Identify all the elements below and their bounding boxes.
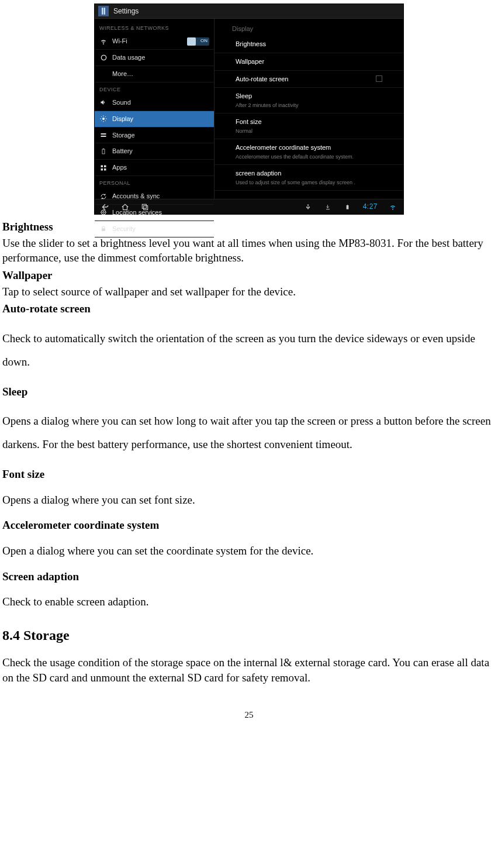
wifi-icon [99, 38, 108, 45]
sidebar-item-security[interactable]: Security [95, 221, 214, 237]
display-icon [99, 115, 108, 122]
sidebar-section-wireless: WIRELESS & NETWORKS [95, 21, 214, 33]
svg-point-4 [101, 55, 106, 60]
lock-icon [99, 225, 108, 232]
para-autorotate: Check to automatically switch the orient… [2, 327, 496, 374]
heading-sleep: Sleep [2, 384, 496, 399]
svg-rect-19 [104, 165, 106, 167]
heading-brightness: Brightness [2, 219, 496, 235]
titlebar-label: Settings [113, 6, 139, 16]
detail-header: Display [215, 21, 403, 36]
detail-autorotate[interactable]: Auto-rotate screen [215, 71, 403, 88]
sidebar-item-wifi[interactable]: Wi-Fi ON [95, 33, 214, 50]
svg-line-13 [105, 116, 106, 117]
detail-wallpaper[interactable]: Wallpaper [215, 53, 403, 71]
battery-status-icon [343, 202, 352, 212]
svg-rect-15 [101, 136, 106, 137]
recents-icon[interactable] [140, 202, 150, 212]
sync-icon [99, 193, 108, 200]
settings-sidebar: WIRELESS & NETWORKS Wi-Fi ON Data usage … [95, 19, 215, 199]
svg-point-5 [102, 118, 105, 120]
sidebar-item-label: Storage [112, 131, 209, 140]
detail-sleep[interactable]: Sleep After 2 minutes of inactivity [215, 88, 403, 113]
sidebar-item-battery[interactable]: Battery [95, 143, 214, 160]
sidebar-item-sound[interactable]: Sound [95, 95, 214, 111]
para-fontsize: Opens a dialog where you can set font si… [2, 492, 496, 508]
sidebar-item-display[interactable]: Display [95, 111, 214, 128]
para-brightness: Use the slider to set a brightness level… [2, 236, 496, 266]
para-accel: Open a dialog where you can set the coor… [2, 543, 496, 559]
sidebar-section-device: DEVICE [95, 82, 214, 95]
detail-brightness[interactable]: Brightness [215, 36, 403, 53]
para-adaption: Check to enable screen adaption. [2, 594, 496, 609]
sidebar-item-label: Battery [112, 147, 209, 156]
detail-pane: Display Brightness Wallpaper Auto-rotate… [215, 19, 403, 199]
status-clock: 4:27 [363, 202, 378, 211]
svg-point-22 [103, 212, 105, 213]
heading-fontsize: Font size [2, 467, 496, 482]
svg-rect-16 [102, 149, 105, 154]
sidebar-item-label: Data usage [112, 53, 209, 62]
back-icon[interactable] [101, 202, 110, 212]
detail-adaption[interactable]: screen adaption Used to adjust size of s… [215, 165, 403, 191]
sidebar-item-label: Apps [112, 163, 209, 172]
settings-body: WIRELESS & NETWORKS Wi-Fi ON Data usage … [95, 19, 403, 199]
para-sleep: Opens a dialog where you can set how lon… [2, 409, 496, 456]
datausage-icon [99, 54, 108, 61]
settings-app-icon [98, 6, 109, 16]
heading-wallpaper: Wallpaper [2, 268, 496, 283]
wifi-toggle[interactable]: ON [187, 37, 209, 46]
sidebar-item-label: Wi-Fi [112, 37, 182, 46]
heading-autorotate: Auto-rotate screen [2, 301, 496, 316]
battery-icon [99, 148, 108, 155]
sidebar-item-more[interactable]: More… [95, 66, 214, 82]
svg-line-10 [101, 116, 102, 117]
wifi-status-icon [388, 202, 397, 212]
para-wallpaper: Tap to select source of wallpaper and se… [2, 284, 496, 299]
svg-rect-29 [142, 204, 146, 208]
svg-rect-28 [102, 229, 105, 232]
heading-accel: Accelerometer coordinate system [2, 518, 496, 533]
home-icon[interactable] [120, 202, 130, 212]
svg-line-11 [105, 120, 106, 121]
svg-rect-17 [103, 149, 104, 149]
autorotate-checkbox[interactable] [376, 75, 382, 82]
svg-rect-0 [102, 8, 103, 11]
sidebar-item-label: Security [112, 225, 209, 233]
svg-rect-2 [102, 12, 103, 15]
svg-rect-14 [101, 133, 106, 135]
sound-icon [99, 99, 108, 106]
doc-body: Brightness Use the slider to set a brigh… [2, 219, 496, 721]
sidebar-item-label: Accounts & sync [112, 192, 209, 201]
page-number: 25 [2, 709, 496, 721]
sidebar-item-apps[interactable]: Apps [95, 160, 214, 176]
para-storage: Check the usage condition of the storage… [2, 655, 496, 685]
sidebar-section-personal: PERSONAL [95, 176, 214, 188]
storage-icon [99, 132, 108, 139]
titlebar: Settings [95, 4, 403, 19]
svg-rect-20 [101, 168, 103, 171]
heading-storage: 8.4 Storage [2, 626, 496, 645]
apps-icon [99, 164, 108, 171]
download-icon [323, 202, 333, 212]
svg-rect-3 [104, 12, 105, 15]
sidebar-item-label: Sound [112, 98, 209, 107]
sidebar-item-label: Display [112, 115, 209, 123]
svg-rect-30 [144, 205, 148, 209]
svg-rect-31 [347, 205, 349, 209]
sidebar-item-storage[interactable]: Storage [95, 128, 214, 144]
svg-rect-32 [347, 205, 348, 205]
svg-rect-21 [104, 168, 106, 171]
settings-screenshot: Settings WIRELESS & NETWORKS Wi-Fi ON Da… [94, 4, 404, 215]
heading-adaption: Screen adaption [2, 569, 496, 584]
svg-rect-1 [104, 8, 105, 11]
svg-line-12 [101, 120, 102, 121]
svg-rect-18 [101, 165, 103, 167]
sidebar-item-label: More… [112, 70, 209, 78]
sidebar-item-datausage[interactable]: Data usage [95, 50, 214, 66]
detail-accel[interactable]: Accelerometer coordinate system Accelero… [215, 139, 403, 165]
usb-icon [303, 202, 313, 212]
detail-fontsize[interactable]: Font size Normal [215, 113, 403, 139]
